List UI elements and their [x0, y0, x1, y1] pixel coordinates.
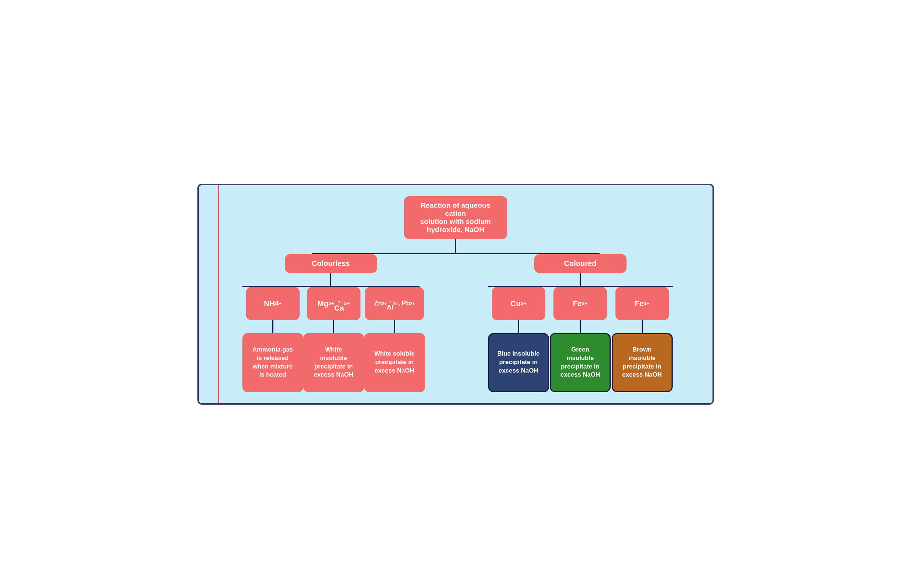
coloured-node: Coloured — [534, 254, 627, 273]
fe2-node: Fe2+ — [554, 287, 607, 320]
zn-node: Zn2+,Al3+, Pb2+ — [365, 287, 424, 320]
coloured-branch: Coloured Cu2+ Blue insoluble — [456, 254, 705, 392]
colourless-v — [330, 273, 331, 286]
diagram-container: Reaction of aqueous cationsolution with … — [197, 184, 714, 405]
cu-result: Blue insoluble precipitate in excess NaO… — [488, 333, 549, 392]
zn-col: Zn2+,Al3+, Pb2+ White soluble precipitat… — [364, 287, 425, 392]
fe3-col: Fe3+ Brown insoluble precipitate in exce… — [612, 287, 673, 392]
nh4-result: Ammonia gas is released when mixture is … — [242, 333, 303, 392]
cu-node: Cu2+ — [492, 287, 545, 320]
nh4-col: NH4+ Ammonia gas is released when mixtur… — [242, 287, 303, 392]
fe2-result: Green insoluble precipitate in excess Na… — [550, 333, 611, 392]
left-ions-row: NH4+ Ammonia gas is released when mixtur… — [242, 287, 420, 392]
cu-v2 — [518, 320, 519, 333]
mg-result: White insoluble precipitate in excess Na… — [303, 333, 364, 392]
fe3-v2 — [642, 320, 643, 333]
root-v-line — [455, 239, 456, 253]
zn-result: White soluble precipitate in excess NaOH — [364, 333, 425, 392]
root-node: Reaction of aqueous cationsolution with … — [404, 196, 507, 239]
nh4-node: NH4+ — [246, 287, 300, 320]
mg-node: Mg2+,Ca2+ — [307, 287, 360, 320]
zn-v2 — [394, 320, 395, 333]
tree-diagram: Reaction of aqueous cationsolution with … — [206, 196, 705, 392]
fe3-node: Fe3+ — [615, 287, 669, 320]
colourless-node: Colourless — [285, 254, 377, 273]
fe2-col: Fe2+ Green insoluble precipitate in exce… — [550, 287, 611, 392]
mg-col: Mg2+,Ca2+ White insoluble precipitate in… — [303, 287, 364, 392]
fe3-result: Brown insoluble precipitate in excess Na… — [612, 333, 673, 392]
mg-v2 — [333, 320, 334, 333]
colourless-branch: Colourless NH4+ Amm — [206, 254, 456, 392]
right-ions-row: Cu2+ Blue insoluble precipitate in exces… — [488, 287, 673, 392]
level1-row: Colourless NH4+ Amm — [206, 254, 705, 392]
nh4-v2 — [272, 320, 273, 333]
coloured-v — [580, 273, 581, 286]
cu-col: Cu2+ Blue insoluble precipitate in exces… — [488, 287, 549, 392]
fe2-v2 — [580, 320, 581, 333]
